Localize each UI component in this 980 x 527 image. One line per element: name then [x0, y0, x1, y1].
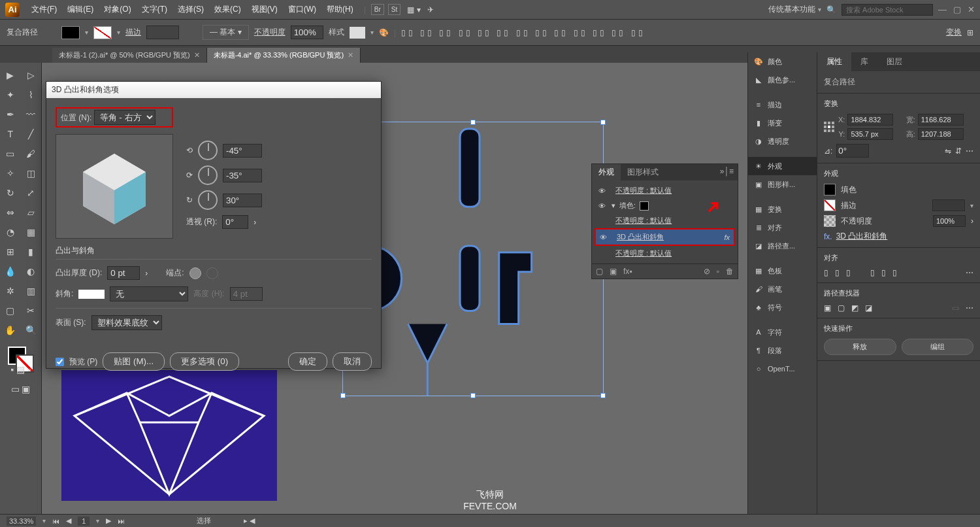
- perspective-input[interactable]: [222, 215, 248, 229]
- artboard-number[interactable]: 1: [78, 517, 90, 526]
- flip-h-icon[interactable]: ⇋: [945, 146, 951, 156]
- pen-tool[interactable]: ✒: [0, 105, 21, 124]
- menu-object[interactable]: 对象(O): [99, 4, 136, 15]
- menu-help[interactable]: 帮助(H): [321, 4, 359, 15]
- align-vcenter-icon[interactable]: ▯: [881, 268, 886, 277]
- eyedropper-tool[interactable]: 💧: [0, 262, 21, 281]
- zoom-tool[interactable]: 🔍: [21, 320, 42, 340]
- y-input[interactable]: [847, 128, 893, 140]
- slice-tool[interactable]: ✂: [21, 301, 42, 320]
- align-icons-group[interactable]: ▯▯ ▯▯ ▯▯ ▯▯ ▯▯ ▯▯ ▯▯ ▯▯ ▯▯ ▯▯ ▯▯ ▯▯ ▯▯: [401, 28, 645, 37]
- more-options-icon[interactable]: ⋯: [966, 146, 973, 156]
- align-top-icon[interactable]: ▯: [870, 268, 875, 277]
- menu-select[interactable]: 选择(S): [172, 4, 209, 15]
- rot-y-input[interactable]: [223, 169, 262, 182]
- align-left-icon[interactable]: ▯: [824, 268, 828, 277]
- free-transform-tool[interactable]: ▱: [21, 203, 42, 222]
- add-effect-icon[interactable]: fx▪: [623, 267, 632, 276]
- dock-graphic-styles[interactable]: ▣图形样...: [748, 175, 817, 194]
- graphic-styles-tab[interactable]: 图形样式: [621, 164, 665, 180]
- scale-tool[interactable]: ⤢: [21, 183, 42, 203]
- rot-x-dial[interactable]: [198, 141, 218, 160]
- rot-x-input[interactable]: [223, 144, 262, 158]
- brush-definition[interactable]: — 基本 ▾: [203, 25, 249, 40]
- more-options-icon[interactable]: ⋯: [966, 303, 973, 313]
- visibility-icon[interactable]: 👁: [598, 187, 608, 195]
- dock-stroke[interactable]: ≡描边: [748, 95, 817, 114]
- dock-opentype[interactable]: ○OpenT...: [748, 360, 817, 378]
- align-hcenter-icon[interactable]: ▯: [835, 268, 840, 277]
- dock-appearance[interactable]: ☀外观: [748, 157, 817, 175]
- stroke-weight-input[interactable]: [932, 199, 965, 211]
- preview-checkbox[interactable]: [56, 358, 64, 366]
- visibility-icon[interactable]: 👁: [600, 233, 609, 241]
- libraries-tab[interactable]: 库: [851, 52, 877, 71]
- duplicate-icon[interactable]: ▫: [717, 267, 719, 276]
- new-fill-icon[interactable]: ▢: [596, 267, 603, 276]
- direct-selection-tool[interactable]: ▷: [21, 65, 42, 85]
- eraser-tool[interactable]: ◫: [21, 163, 42, 183]
- menu-edit[interactable]: 编辑(E): [62, 4, 99, 15]
- dock-symbols[interactable]: ♣符号: [748, 298, 817, 316]
- dock-color-guide[interactable]: ◣颜色参...: [748, 71, 817, 89]
- graphic-style-swatch[interactable]: [350, 27, 365, 39]
- screen-mode-row[interactable]: ▭ ▣: [0, 379, 41, 399]
- column-graph-tool[interactable]: ▥: [21, 281, 42, 301]
- angle-input[interactable]: [836, 144, 869, 158]
- nav-first-icon[interactable]: ⏮: [52, 517, 59, 525]
- close-tab-icon[interactable]: ✕: [348, 51, 353, 60]
- position-select[interactable]: 等角 - 右方: [94, 110, 155, 125]
- dock-gradient[interactable]: ▮渐变: [748, 114, 817, 132]
- dock-paragraph[interactable]: ¶段落: [748, 341, 817, 360]
- dock-transform[interactable]: ▦变换: [748, 200, 817, 218]
- gradient-tool[interactable]: ▮: [21, 242, 42, 262]
- h-input[interactable]: [918, 128, 964, 140]
- menu-file[interactable]: 文件(F): [26, 4, 62, 15]
- paintbrush-tool[interactable]: 🖌: [21, 144, 42, 163]
- minus-front-icon[interactable]: ▢: [838, 303, 845, 313]
- fill-swatch-icon[interactable]: [640, 201, 649, 211]
- stroke-weight-input[interactable]: [146, 26, 179, 39]
- menu-window[interactable]: 窗口(W): [283, 4, 321, 15]
- curvature-tool[interactable]: 〰: [21, 105, 42, 124]
- trash-icon[interactable]: 🗑: [726, 267, 734, 276]
- new-stroke-icon[interactable]: ▣: [610, 267, 617, 276]
- ok-button[interactable]: 确定: [288, 352, 327, 371]
- rotate-tool[interactable]: ↻: [0, 183, 21, 203]
- prop-stroke-swatch[interactable]: [824, 199, 836, 211]
- menu-view[interactable]: 视图(V): [246, 4, 283, 15]
- dock-transparency[interactable]: ◑透明度: [748, 132, 817, 150]
- prop-opacity-input[interactable]: [933, 215, 966, 227]
- stock-icon[interactable]: St: [388, 4, 400, 15]
- intersect-icon[interactable]: ◩: [851, 303, 858, 313]
- close-tab-icon[interactable]: ✕: [194, 51, 200, 60]
- minimize-button[interactable]: —: [938, 5, 947, 14]
- zoom-level[interactable]: 33.33%: [7, 517, 36, 526]
- artboard-tool[interactable]: ▢: [0, 301, 21, 320]
- flip-v-icon[interactable]: ⇵: [955, 146, 962, 156]
- stock-search-input[interactable]: [841, 4, 933, 16]
- arrange-docs-icon[interactable]: ▦ ▾: [407, 5, 420, 14]
- group-button[interactable]: 编组: [902, 339, 974, 355]
- appearance-row-3d[interactable]: 👁3D 凸出和斜角fx: [595, 228, 735, 246]
- gpu-icon[interactable]: ✈: [427, 5, 434, 14]
- tab-doc-1[interactable]: 未标题-1 (2).ai* @ 50% (RGB/GPU 预览)✕: [52, 48, 207, 63]
- color-mode-row[interactable]: ▪ ▨ ▫: [0, 360, 41, 379]
- fx-3d-link[interactable]: 3D 凸出和斜角: [836, 231, 888, 242]
- nav-prev-icon[interactable]: ◀: [66, 517, 71, 525]
- nav-next-icon[interactable]: ▶: [106, 517, 111, 525]
- cap-on-icon[interactable]: [189, 267, 201, 279]
- opacity-input[interactable]: [291, 26, 323, 39]
- nav-last-icon[interactable]: ⏭: [118, 517, 125, 525]
- rotation-cube[interactable]: [56, 134, 173, 239]
- map-art-button[interactable]: 贴图 (M)...: [103, 352, 165, 371]
- prop-fill-swatch[interactable]: [824, 184, 836, 196]
- fill-swatch[interactable]: [61, 26, 80, 39]
- visibility-icon[interactable]: 👁: [598, 202, 608, 210]
- extrude-depth-input[interactable]: [107, 266, 140, 280]
- tab-doc-2[interactable]: 未标题-4.ai* @ 33.33% (RGB/GPU 预览)✕: [207, 48, 361, 63]
- panel-menu-icon[interactable]: »│≡: [716, 164, 738, 180]
- magic-wand-tool[interactable]: ✦: [0, 85, 21, 105]
- selection-tool[interactable]: ▶: [0, 65, 21, 85]
- unite-icon[interactable]: ▣: [824, 303, 831, 313]
